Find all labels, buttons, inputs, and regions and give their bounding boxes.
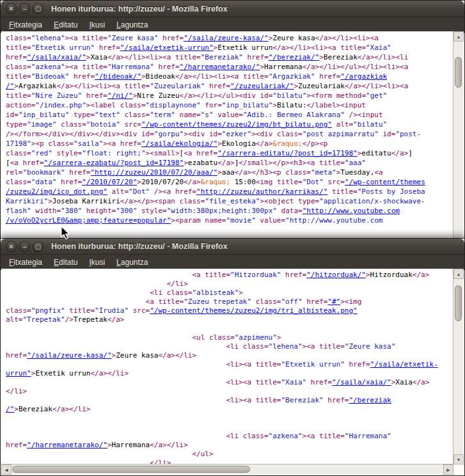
source-token: class= (251, 298, 281, 306)
source-link[interactable]: "/saila/etxetik-urrun" (120, 44, 214, 52)
source-line: <a title="Zuzeu trepetak" class="off" hr… (6, 298, 453, 306)
close-icon[interactable]: ✕ (6, 241, 17, 252)
source-link[interactable]: "/sarrera-editatu/?post_id=17198" (217, 149, 358, 157)
source-link[interactable]: "/saila/etxetik- (370, 360, 438, 369)
source-token: <li> (311, 44, 328, 52)
source-token: editatu (361, 149, 391, 157)
source-link[interactable]: urrun" (6, 369, 31, 377)
source-link[interactable]: "/saila/xaia/" (27, 53, 86, 61)
source-token: "Xaia" (281, 378, 306, 386)
source-link[interactable]: /zuzeu2/img/ico_dot.png" (6, 187, 107, 196)
source-token: > (251, 130, 256, 138)
source-token: "bookmark" (23, 168, 65, 177)
source-link[interactable]: "/bideoak/" (95, 72, 141, 81)
source-token: Zeure kasa (116, 351, 158, 360)
source-link[interactable]: "/sarrera-ezabatu/?post_id=17198" (44, 159, 184, 167)
source-token: href= (6, 53, 27, 61)
menu-fitxategia[interactable]: Fitxategia (3, 256, 48, 269)
scroll-right-icon[interactable]: ▶ (443, 464, 453, 475)
source-link[interactable]: "/harremanetarako/" (180, 63, 260, 71)
titlebar[interactable]: ✕ – ▢ Honen iturburua: http://zuzeu/ - M… (1, 239, 464, 255)
source-token: </li> (167, 280, 188, 288)
source-token: > (239, 289, 243, 297)
source-token: "/index.php" (35, 101, 86, 109)
source-link[interactable]: "/argazkiak (340, 72, 387, 81)
source-link[interactable]: "/saila/xaia/" (332, 378, 391, 386)
vertical-scrollbar[interactable]: ▲ (453, 31, 464, 239)
source-link[interactable]: "/saila/ekologia/" (141, 139, 217, 148)
source-token: alt= (332, 120, 353, 129)
source-token: "Adib.: Bermeo Alakrana" (243, 111, 345, 119)
source-token: <li> (383, 63, 400, 71)
source-token: "get" (366, 91, 387, 100)
source-token: </ul> (217, 91, 239, 100)
source-token: href= (57, 178, 83, 186)
source-link[interactable]: "http://zuzeu/author/karrikas/" (196, 187, 327, 196)
source-token: </a> (358, 53, 375, 61)
maximize-icon[interactable]: ▢ (33, 3, 43, 14)
source-link[interactable]: "/saila/zeure-kasa/" (27, 351, 111, 360)
source-link[interactable]: "http://zuzeu/2010/07/20/aaa/" (90, 168, 217, 177)
menu-laguntza[interactable]: Laguntza (111, 256, 154, 269)
source-token: "meta" (311, 168, 336, 177)
source-token: /> (150, 187, 162, 196)
menu-ikusi[interactable]: Ikusi (83, 19, 111, 31)
scrollbar-thumb[interactable] (455, 285, 462, 321)
source-token: "Argazkiak" (269, 72, 315, 81)
source-token: href= (82, 91, 107, 100)
source-link[interactable]: "/ni/" (107, 91, 133, 100)
source-token: "Nire Zuzeu" (31, 91, 82, 100)
source-link[interactable]: "#" (327, 298, 340, 306)
source-token: <div id= (239, 91, 272, 100)
menu-laguntza[interactable]: Laguntza (111, 19, 154, 31)
scrollbar-thumb[interactable] (455, 57, 462, 88)
source-token: "pngfix" (31, 306, 65, 315)
source-link[interactable]: "/bereziak/" (269, 53, 319, 61)
menu-editatu[interactable]: Editatu (48, 256, 83, 269)
source-token: style= (52, 149, 82, 157)
source-link[interactable]: "http://www.youtube.com (303, 207, 400, 215)
source-link[interactable]: /v/oVoO2ycrLE0&amp;amp;feature=popular" (6, 216, 171, 225)
source-link[interactable]: /" (6, 405, 14, 413)
source-token (6, 280, 167, 288)
menu-ikusi[interactable]: Ikusi (83, 256, 111, 269)
menu-fitxategia[interactable]: Fitxategia (3, 19, 48, 31)
source-token: </ul> (192, 450, 213, 458)
source-link[interactable]: "/2010/07/20" (82, 178, 137, 186)
scroll-up-icon[interactable]: ▲ (453, 31, 464, 42)
minimize-icon[interactable]: – (19, 3, 30, 14)
source-token: href= (158, 34, 184, 42)
source-token: <a (400, 63, 408, 71)
titlebar[interactable]: ✕ – ▢ Honen iturburua: http://zuzeu/ - M… (1, 1, 464, 17)
source-link[interactable]: "/harremanetarako/" (27, 441, 107, 449)
close-icon[interactable]: ✕ (6, 3, 17, 14)
scroll-up-icon[interactable]: ▲ (453, 269, 464, 279)
source-token: href= (315, 72, 341, 81)
source-link[interactable]: "/bereziak (349, 396, 391, 404)
source-token: "saila" (74, 139, 103, 148)
source-link[interactable]: "/wp-content/themes/zuzeu2/img/bt_bilatu… (141, 120, 332, 129)
source-link[interactable]: "/wp-content/themes (345, 178, 425, 186)
source-token: &raquo; (201, 178, 230, 186)
source-token: Xaia (395, 378, 413, 386)
source-token: <li (395, 53, 408, 61)
source-token: <a title= (230, 72, 269, 81)
source-view[interactable]: <a title="Hitzorduak" href="/hitzorduak/… (1, 269, 453, 464)
scroll-left-icon[interactable]: ◀ (1, 464, 12, 475)
source-link[interactable]: "/wp-content/themes/zuzeu2/img/tri_albis… (150, 306, 358, 315)
source-token: </form> (14, 130, 43, 138)
vertical-scrollbar[interactable]: ▲ ▼ (453, 269, 464, 464)
scrollbar-thumb[interactable] (12, 466, 250, 473)
source-link[interactable]: "/hitzorduak/" (306, 271, 366, 279)
scroll-down-icon[interactable]: ▼ (453, 454, 464, 464)
horizontal-scrollbar[interactable]: ◀ ▶ (1, 464, 453, 475)
minimize-icon[interactable]: – (19, 241, 30, 252)
source-token: class= (6, 149, 31, 157)
source-link[interactable]: /" (6, 82, 14, 90)
source-link[interactable]: "/zuzeulariak/" (230, 82, 294, 90)
menu-editatu[interactable]: Editatu (48, 19, 83, 31)
source-token: 2010/07/20 (141, 178, 184, 186)
source-link[interactable]: "/saila/zeure-kasa/" (184, 34, 268, 42)
maximize-icon[interactable]: ▢ (33, 241, 43, 252)
source-view[interactable]: class="lehena"><a title="Zeure kasa" hre… (1, 31, 453, 239)
